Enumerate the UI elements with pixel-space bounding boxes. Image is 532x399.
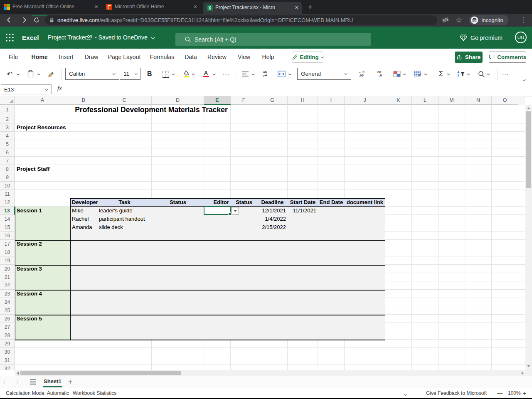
avatar[interactable]: UU	[515, 32, 527, 43]
row-header-27[interactable]: 27	[0, 323, 15, 331]
cell-deadline[interactable]: 1/4/2022	[257, 215, 286, 223]
cell-developer[interactable]: Mike	[72, 207, 83, 215]
row-header-23[interactable]: 23	[0, 290, 15, 298]
data-validation-dropdown-button[interactable]	[232, 207, 239, 214]
row-header-15[interactable]: 15	[0, 223, 15, 232]
row-header-2[interactable]: 2	[0, 115, 15, 123]
align-chevron-icon[interactable]	[252, 65, 254, 83]
vertical-scrollbar[interactable]	[525, 105, 532, 370]
row-header-20[interactable]: 20	[0, 265, 15, 273]
editing-mode-button[interactable]: Editing	[292, 52, 323, 63]
collapse-ribbon-icon[interactable]	[523, 75, 525, 83]
selected-cell-E13[interactable]	[204, 206, 231, 215]
row-header-30[interactable]: 30	[0, 348, 15, 356]
saved-status-chevron-icon[interactable]	[151, 35, 155, 39]
find-icon[interactable]	[478, 65, 485, 83]
go-premium-button[interactable]: Go premium	[460, 27, 502, 49]
column-header-G[interactable]: G	[257, 96, 288, 105]
column-header-H[interactable]: H	[288, 96, 318, 105]
column-header-C[interactable]: C	[97, 96, 152, 105]
all-sheets-menu-icon[interactable]	[30, 379, 36, 380]
cell-task[interactable]: leader's guide	[99, 207, 133, 215]
browser-tab[interactable]: Free Microsoft Office Online×	[0, 0, 101, 14]
scroll-left-icon[interactable]	[17, 372, 19, 375]
row-header-18[interactable]: 18	[0, 248, 15, 256]
bold-button[interactable]: B	[147, 65, 152, 83]
column-header-M[interactable]: M	[438, 96, 465, 105]
undo-button[interactable]: ↶	[7, 65, 12, 83]
workbook-statistics[interactable]: Workbook Statistics	[73, 388, 116, 398]
menu-tab-formulas[interactable]: Formulas	[150, 49, 174, 65]
menu-tab-draw[interactable]: Draw	[85, 49, 99, 65]
bookmark-star-icon[interactable]: ☆	[454, 15, 464, 25]
app-name[interactable]: Excel	[22, 27, 39, 49]
menu-tab-review[interactable]: Review	[207, 49, 227, 65]
row-header-13[interactable]: 13	[0, 207, 15, 215]
row-header-24[interactable]: 24	[0, 298, 15, 306]
column-header-N[interactable]: N	[465, 96, 492, 105]
column-header-O[interactable]: O	[492, 96, 518, 105]
status-bar-chevron-icon[interactable]	[404, 391, 406, 397]
undo-chevron-icon[interactable]	[17, 65, 19, 83]
sheet-tab-active[interactable]: Sheet1	[44, 376, 62, 387]
row-header-1[interactable]: 1	[0, 105, 15, 115]
column-header-E[interactable]: E	[204, 96, 231, 105]
prev-sheet-icon[interactable]: ‹	[3, 376, 5, 388]
format-as-table-icon[interactable]	[414, 65, 422, 83]
zoom-in-button[interactable]: +	[523, 388, 527, 398]
menu-tab-data[interactable]: Data	[185, 49, 197, 65]
menu-tab-view[interactable]: View	[238, 49, 250, 65]
autosum-button[interactable]: Σ	[439, 65, 443, 83]
column-header-I[interactable]: I	[318, 96, 345, 105]
zoom-out-button[interactable]: —	[497, 388, 502, 398]
feedback-link[interactable]: Give Feedback to Microsoft	[426, 388, 487, 398]
fill-color-chevron-icon[interactable]	[192, 65, 194, 83]
row-header-28[interactable]: 28	[0, 331, 15, 340]
borders-icon[interactable]	[162, 65, 169, 83]
autosum-chevron-icon[interactable]	[447, 65, 449, 83]
column-header-J[interactable]: J	[345, 96, 385, 105]
borders-chevron-icon[interactable]	[172, 65, 174, 83]
row-header-9[interactable]: 9	[0, 173, 15, 182]
sort-chevron-icon[interactable]	[467, 65, 469, 83]
decrease-decimal-button[interactable]: ←.0.00	[358, 65, 365, 83]
more-commands-button[interactable]: ···	[502, 65, 509, 83]
document-title[interactable]: Project Tracker	[48, 27, 87, 49]
row-header-31[interactable]: 31	[0, 356, 15, 365]
row-header-6[interactable]: 6	[0, 148, 15, 157]
column-header-A[interactable]: A	[15, 96, 70, 105]
cell-deadline[interactable]: 12/1/2021	[257, 207, 286, 215]
number-format-select[interactable]: General	[297, 68, 351, 80]
conditional-formatting-icon[interactable]	[393, 65, 401, 83]
scroll-down-icon[interactable]	[527, 365, 530, 367]
sort-filter-icon[interactable]: AZ	[457, 65, 465, 83]
fill-color-icon[interactable]	[183, 65, 190, 83]
column-header-D[interactable]: D	[152, 96, 204, 105]
new-tab-button[interactable]: +	[305, 0, 315, 14]
row-header-32[interactable]: 32	[0, 365, 15, 370]
row-header-22[interactable]: 22	[0, 281, 15, 290]
cell-deadline[interactable]: 2/15/2022	[257, 223, 286, 232]
column-header-F[interactable]: F	[231, 96, 257, 105]
row-header-11[interactable]: 11	[0, 190, 15, 198]
row-header-26[interactable]: 26	[0, 315, 15, 323]
font-name-select[interactable]: Calibri	[65, 68, 119, 80]
row-header-29[interactable]: 29	[0, 340, 15, 348]
eye-off-icon[interactable]	[441, 15, 451, 25]
wrap-text-icon[interactable]: abc↩	[263, 65, 267, 83]
formula-input[interactable]	[69, 84, 526, 94]
menu-tab-insert[interactable]: Insert	[59, 49, 73, 65]
row-header-16[interactable]: 16	[0, 232, 15, 240]
back-icon[interactable]	[4, 15, 14, 25]
tab-close-icon[interactable]: ×	[295, 2, 298, 14]
merge-center-icon[interactable]	[278, 65, 286, 83]
browser-menu-icon[interactable]: ⋮	[519, 15, 529, 25]
more-font-options-button[interactable]: ···	[223, 65, 229, 83]
reload-icon[interactable]	[32, 15, 42, 25]
font-color-chevron-icon[interactable]	[213, 65, 215, 83]
row-header-3[interactable]: 3	[0, 123, 15, 132]
row-header-25[interactable]: 25	[0, 306, 15, 315]
row-header-14[interactable]: 14	[0, 215, 15, 223]
align-icon[interactable]	[242, 65, 249, 83]
menu-tab-help[interactable]: Help	[262, 49, 274, 65]
